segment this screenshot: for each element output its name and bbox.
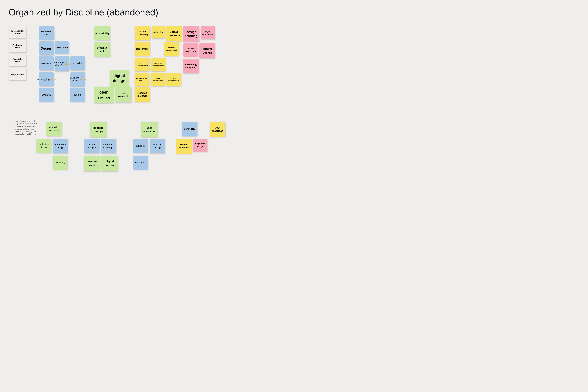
prototyping: PrototypingPossible <box>39 72 54 86</box>
navigation-design: navigation design <box>36 139 51 153</box>
collaborative-design: collaborative design <box>134 73 149 86</box>
legend-maybe: Maybe New <box>9 68 26 80</box>
digital-communication: digital communication <box>134 58 149 71</box>
digital-presence: digital presence <box>166 26 182 41</box>
project-management: project management <box>183 43 198 57</box>
testing: Testing <box>70 88 85 102</box>
structured-content: Structured ContentPreferred <box>70 72 85 87</box>
semantic-web: semantic web <box>94 42 110 57</box>
digital-content: digital content <box>101 156 118 171</box>
stakeholder-engagement: stakeholder engagement <box>151 58 166 71</box>
digital-marketing: digital marketing <box>134 26 150 40</box>
issue-note: Issue: with discipline-specific categori… <box>14 120 38 136</box>
accessibility-assessment: Accessibility Assessment <box>39 26 54 40</box>
design: Design <box>39 42 54 56</box>
usability-testing: usability testing <box>150 139 165 153</box>
content-strategy: content strategy <box>90 122 107 137</box>
usability: usability <box>133 139 148 153</box>
content-audit: content audit <box>83 156 100 171</box>
legend-possible: Possible New <box>9 54 26 66</box>
knowledge-graphs: Knowledge Graph(s)folklore <box>55 56 69 71</box>
information-architecture: information architecture <box>46 122 62 136</box>
content-analysis: Content Analysis <box>84 139 100 153</box>
taxonomy: taxonomy <box>53 156 67 170</box>
systems: Systems <box>39 88 54 102</box>
design-thinking: design thinking <box>183 26 200 42</box>
discovery: Discovery <box>133 156 148 170</box>
content-modeling: Content Modeling— <box>101 139 116 153</box>
iterative-design: iterative design <box>200 43 215 58</box>
digital-transformation: digital transformation <box>201 26 215 39</box>
modeling: Modeling <box>70 56 85 70</box>
taxonomy-design: Taxonomy Design <box>53 139 68 153</box>
user-experience: user experience <box>141 122 158 137</box>
responsive-design: responsive design <box>193 139 207 152</box>
research-methods: research methods <box>134 87 150 102</box>
user-research: user research <box>115 87 131 102</box>
board: Current 2024 Labels Preferred New Possib… <box>9 24 579 190</box>
automation: automation <box>152 26 165 38</box>
strategy: Strategy <box>182 122 197 136</box>
design-principles: design principles <box>176 139 192 154</box>
content-governance: content governance <box>151 73 165 86</box>
integration: Integration <box>39 56 54 70</box>
page-title: Organized by Discipline (abandoned) <box>9 7 579 18</box>
collaboration: collaboration <box>134 42 150 56</box>
legend-preferred: Preferred New <box>9 40 26 52</box>
development: Development <box>55 42 69 54</box>
technology-integration: technology integration <box>183 59 199 74</box>
best-practices: best practices <box>210 122 225 137</box>
digital-design: digital design <box>109 70 129 86</box>
data-management: data management <box>166 73 181 86</box>
legend: Current 2024 Labels Preferred New Possib… <box>9 26 26 80</box>
legend-current: Current 2024 Labels <box>9 26 26 38</box>
open-source: open source <box>94 86 114 103</box>
content-management: content management <box>164 42 179 56</box>
accessibility: accessibility <box>94 26 110 40</box>
